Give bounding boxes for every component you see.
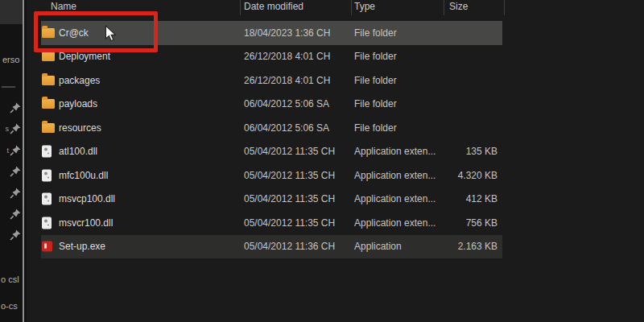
file-icon xyxy=(42,76,55,85)
pin-text-fragment: t xyxy=(6,147,9,155)
column-separator[interactable] xyxy=(504,0,505,15)
sidebar-corner-box xyxy=(0,0,24,24)
mouse-cursor-icon xyxy=(105,25,118,43)
sidebar-text-fragment: o-cs xyxy=(1,301,18,311)
pin-icon[interactable]: t xyxy=(5,145,21,158)
file-size: 2.163 KB xyxy=(458,241,497,252)
column-header-date-modified[interactable]: Date modified xyxy=(244,1,303,12)
file-row[interactable]: atl100.dll 05/04/2012 11:35 CH Applicati… xyxy=(41,140,502,164)
file-date-modified: 26/12/2018 4:01 CH xyxy=(244,75,330,86)
file-size: 756 KB xyxy=(466,217,497,229)
file-icon xyxy=(42,146,52,158)
file-date-modified: 05/04/2012 11:35 CH xyxy=(244,170,335,181)
file-type: File folder xyxy=(354,122,397,134)
file-date-modified: 05/04/2012 11:35 CH xyxy=(244,217,335,229)
sidebar-text-fragment: erso xyxy=(2,55,19,64)
file-type: Application exten... xyxy=(354,146,436,157)
column-header-name[interactable]: Name xyxy=(51,1,76,12)
red-highlight-box xyxy=(34,11,158,52)
file-name: Deployment xyxy=(59,51,110,62)
file-date-modified: 05/04/2012 11:35 CH xyxy=(244,193,335,204)
file-type: Application xyxy=(354,241,402,252)
file-size: 412 KB xyxy=(466,193,497,204)
file-icon xyxy=(42,193,52,205)
file-row[interactable]: mfc100u.dll 05/04/2012 11:35 CH Applicat… xyxy=(41,163,502,188)
sidebar-divider xyxy=(2,86,15,88)
pin-text-fragment: s xyxy=(6,125,10,133)
pin-icon[interactable] xyxy=(5,188,21,200)
file-name: Set-up.exe xyxy=(59,241,105,252)
pin-icon[interactable] xyxy=(5,166,21,179)
file-name: mfc100u.dll xyxy=(59,170,108,181)
file-row[interactable]: Set-up.exe 05/04/2012 11:36 CH Applicati… xyxy=(41,235,502,259)
file-icon xyxy=(42,242,52,252)
file-row[interactable]: packages 26/12/2018 4:01 CH File folder xyxy=(41,68,502,93)
file-date-modified: 26/12/2018 4:01 CH xyxy=(244,51,330,62)
pin-icon[interactable] xyxy=(5,229,21,242)
file-date-modified: 05/04/2012 11:36 CH xyxy=(244,241,335,252)
file-type: File folder xyxy=(354,27,397,39)
window-edge-scrollbar[interactable] xyxy=(23,0,24,322)
file-name: atl100.dll xyxy=(59,146,97,157)
file-date-modified: 18/04/2023 1:36 CH xyxy=(244,27,330,39)
file-type: Application exten... xyxy=(354,217,436,229)
file-row[interactable]: resources 06/04/2012 5:06 SA File folder xyxy=(41,116,502,140)
file-icon xyxy=(42,123,55,133)
file-type: Application exten... xyxy=(354,170,436,181)
file-size: 4.320 KB xyxy=(458,170,497,181)
column-header-size[interactable]: Size xyxy=(449,1,468,12)
pin-icon[interactable]: s xyxy=(5,123,21,136)
file-date-modified: 06/04/2012 5:06 SA xyxy=(244,122,329,134)
file-date-modified: 05/04/2012 11:35 CH xyxy=(244,146,335,157)
file-name: resources xyxy=(59,122,101,134)
sidebar-text-fragment: o csl xyxy=(1,275,19,284)
file-row[interactable]: msvcp100.dll 05/04/2012 11:35 CH Applica… xyxy=(41,188,502,212)
file-name: packages xyxy=(59,75,100,86)
file-type: File folder xyxy=(354,51,397,62)
file-icon xyxy=(42,52,55,61)
column-separator[interactable] xyxy=(351,0,352,15)
file-row[interactable]: msvcr100.dll 05/04/2012 11:35 CH Applica… xyxy=(41,211,502,235)
file-row[interactable]: payloads 06/04/2012 5:06 SA File folder xyxy=(41,93,502,117)
pin-icon[interactable] xyxy=(5,102,21,115)
pin-icon[interactable] xyxy=(5,208,21,221)
file-size: 135 KB xyxy=(466,146,497,157)
file-type: Application exten... xyxy=(354,193,436,204)
file-type: File folder xyxy=(354,75,397,86)
file-name: msvcr100.dll xyxy=(59,217,113,229)
file-name: payloads xyxy=(59,98,97,109)
column-separator[interactable] xyxy=(444,0,444,15)
column-separator[interactable] xyxy=(240,0,241,15)
screen: erso s t xyxy=(0,0,644,322)
file-icon xyxy=(42,99,55,109)
file-icon xyxy=(42,217,52,229)
column-header-type[interactable]: Type xyxy=(354,1,375,12)
file-type: File folder xyxy=(354,98,397,109)
file-name: msvcp100.dll xyxy=(59,193,115,204)
file-icon xyxy=(42,169,52,181)
file-date-modified: 06/04/2012 5:06 SA xyxy=(244,98,329,109)
